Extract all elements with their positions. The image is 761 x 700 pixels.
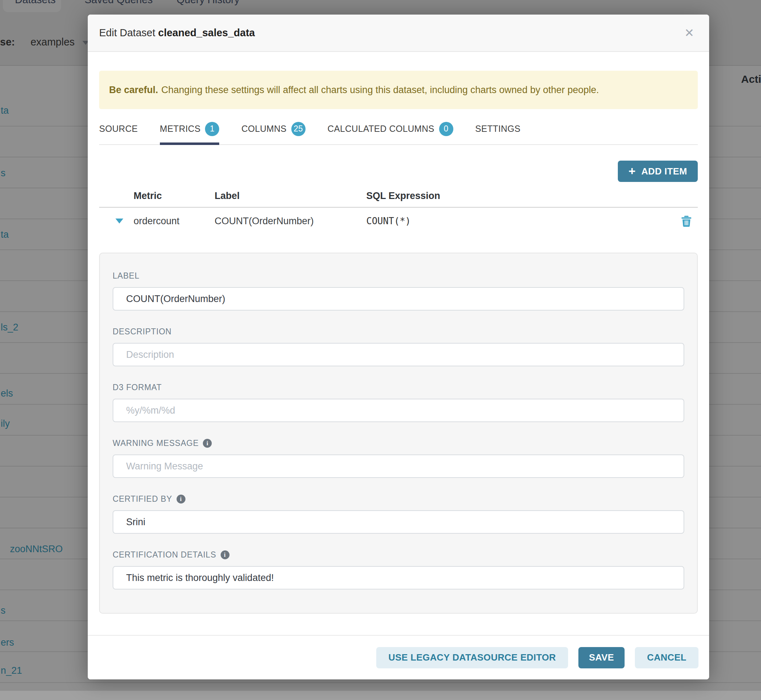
- metric-table-row: ordercount COUNT(OrderNumber) COUNT(*): [99, 208, 698, 234]
- modal-footer: USE LEGACY DATASOURCE EDITOR SAVE CANCEL: [88, 635, 709, 680]
- column-header-sql-expression: SQL Expression: [366, 191, 675, 202]
- description-field-caption: DESCRIPTION: [113, 327, 684, 336]
- columns-count-badge: 25: [291, 122, 306, 136]
- field-certification-details: CERTIFICATION DETAILS: [113, 550, 684, 589]
- add-item-label: ADD ITEM: [641, 166, 687, 177]
- tab-source[interactable]: SOURCE: [99, 113, 138, 144]
- collapse-row-button[interactable]: [99, 219, 134, 223]
- metrics-table-header: Metric Label SQL Expression: [99, 185, 698, 208]
- edit-dataset-modal: Edit Dataset cleaned_sales_data Be caref…: [88, 14, 709, 680]
- column-header-metric: Metric: [134, 191, 214, 202]
- field-caption-text: DESCRIPTION: [113, 327, 172, 336]
- tab-calculated-columns[interactable]: CALCULATED COLUMNS 0: [328, 113, 453, 144]
- tab-label: COLUMNS: [241, 123, 286, 134]
- close-icon[interactable]: [681, 25, 698, 42]
- save-button[interactable]: SAVE: [578, 647, 625, 669]
- field-d3-format: D3 FORMAT: [113, 383, 684, 422]
- certification-details-input[interactable]: [113, 566, 684, 589]
- metrics-count-badge: 1: [205, 122, 219, 136]
- trash-icon: [681, 215, 692, 227]
- warning-banner-bold: Be careful.: [109, 84, 158, 95]
- certified-by-input[interactable]: [113, 510, 684, 534]
- tab-label: SETTINGS: [475, 123, 520, 134]
- tab-label: METRICS: [160, 123, 201, 134]
- modal-body: Be careful. Changing these settings will…: [88, 71, 709, 614]
- tab-metrics[interactable]: METRICS 1: [160, 113, 220, 144]
- tab-label: SOURCE: [99, 123, 138, 134]
- metric-edit-panel: LABEL DESCRIPTION D3 FORMAT WARNING MESS…: [99, 253, 698, 614]
- warning-message-input[interactable]: [113, 455, 684, 478]
- metric-label-cell: COUNT(OrderNumber): [214, 216, 366, 227]
- modal-title: Edit Dataset cleaned_sales_data: [99, 27, 255, 39]
- field-caption-text: WARNING MESSAGE: [113, 439, 198, 448]
- add-item-row: ADD ITEM: [99, 161, 698, 182]
- field-caption-text: LABEL: [113, 271, 140, 281]
- certification-details-field-caption: CERTIFICATION DETAILS: [113, 550, 684, 559]
- d3-format-field-caption: D3 FORMAT: [113, 383, 684, 392]
- caret-down-icon: [116, 219, 123, 223]
- label-input[interactable]: [113, 287, 684, 311]
- field-caption-text: CERTIFIED BY: [113, 494, 172, 504]
- d3-format-input[interactable]: [113, 399, 684, 422]
- cancel-button[interactable]: CANCEL: [635, 647, 698, 669]
- field-caption-text: D3 FORMAT: [113, 383, 162, 392]
- tab-settings[interactable]: SETTINGS: [475, 113, 520, 144]
- metric-sql-cell: COUNT(*): [366, 216, 675, 227]
- label-field-caption: LABEL: [113, 271, 684, 281]
- field-warning-message: WARNING MESSAGE: [113, 439, 684, 478]
- info-icon[interactable]: [203, 439, 212, 448]
- use-legacy-datasource-editor-button[interactable]: USE LEGACY DATASOURCE EDITOR: [376, 647, 568, 669]
- field-description: DESCRIPTION: [113, 327, 684, 366]
- description-input[interactable]: [113, 343, 684, 366]
- field-label: LABEL: [113, 271, 684, 311]
- add-item-button[interactable]: ADD ITEM: [618, 161, 698, 182]
- tab-columns[interactable]: COLUMNS 25: [241, 113, 305, 144]
- warning-message-field-caption: WARNING MESSAGE: [113, 439, 684, 448]
- field-certified-by: CERTIFIED BY: [113, 494, 684, 534]
- modal-title-prefix: Edit Dataset: [99, 27, 155, 38]
- metric-name-cell: ordercount: [134, 216, 214, 227]
- tab-label: CALCULATED COLUMNS: [328, 123, 434, 134]
- warning-banner-text: Changing these settings will affect all …: [161, 84, 599, 95]
- delete-metric-button[interactable]: [681, 215, 692, 227]
- info-icon[interactable]: [220, 550, 230, 559]
- modal-header: Edit Dataset cleaned_sales_data: [88, 14, 709, 52]
- dataset-editor-tabs: SOURCE METRICS 1 COLUMNS 25 CALCULATED C…: [99, 113, 698, 145]
- warning-banner: Be careful. Changing these settings will…: [99, 71, 698, 109]
- field-caption-text: CERTIFICATION DETAILS: [113, 550, 216, 559]
- plus-icon: [628, 165, 636, 178]
- certified-by-field-caption: CERTIFIED BY: [113, 494, 684, 504]
- modal-title-dataset-name: cleaned_sales_data: [158, 27, 255, 38]
- info-icon[interactable]: [177, 495, 186, 503]
- column-header-label: Label: [214, 191, 366, 202]
- calculated-columns-count-badge: 0: [439, 122, 453, 136]
- horizontal-scrollbar-track[interactable]: [0, 691, 761, 700]
